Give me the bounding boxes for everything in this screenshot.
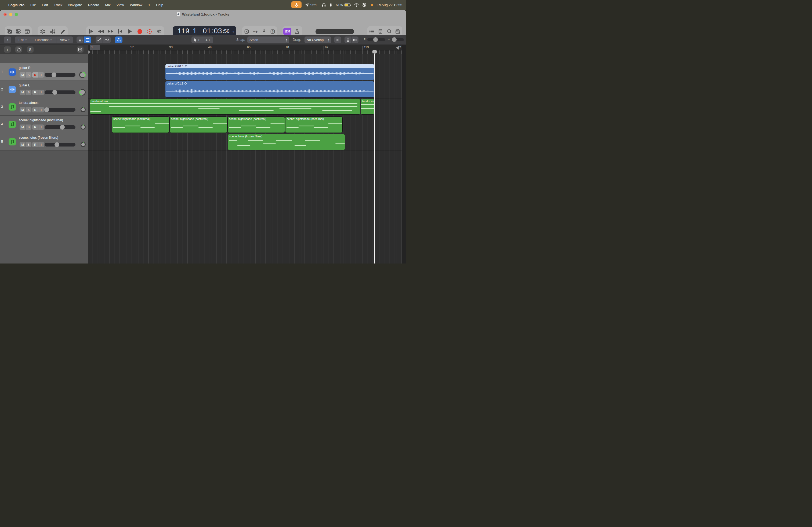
record-enable-button[interactable]: R <box>32 142 38 147</box>
command-click-tool-menu[interactable]: +▾ <box>202 36 213 43</box>
record-enable-button[interactable]: R <box>32 90 38 95</box>
waveform-zoom-button[interactable] <box>334 36 341 43</box>
volume-thumb[interactable] <box>55 142 59 147</box>
track-name[interactable]: scene: lotus (frozen filters) <box>19 136 58 139</box>
microphone-status-button[interactable] <box>291 1 302 8</box>
wifi-icon[interactable] <box>354 3 359 7</box>
region-nightshade-1[interactable]: scene: nightshade (nocturnal) <box>112 117 169 133</box>
mute-button[interactable]: M <box>19 142 26 147</box>
volume-slider[interactable] <box>45 108 75 111</box>
capture-recording-button[interactable] <box>145 27 154 36</box>
volume-thumb[interactable] <box>44 107 49 112</box>
track-header[interactable]: 4 scene: nightshade (nocturnal) M S R I <box>0 116 88 133</box>
mute-button[interactable]: M <box>19 72 26 77</box>
solo-button[interactable]: S <box>26 142 31 147</box>
functions-menu-button[interactable]: Functions▾ <box>30 36 56 43</box>
menu-mix[interactable]: Mix <box>102 3 114 7</box>
track-header[interactable]: 3 tundra atmos M S R I <box>0 98 88 116</box>
menu-logic-pro[interactable]: Logic Pro <box>5 3 27 7</box>
count-in-button[interactable]: 1234 <box>283 28 291 35</box>
region-tundra-atmos-2[interactable]: tundra atmos <box>361 99 374 115</box>
menu-1[interactable]: 1 <box>145 3 153 7</box>
track-view-button[interactable] <box>84 36 91 43</box>
menu-window[interactable]: Window <box>127 3 145 7</box>
apple-loops-icon[interactable] <box>385 27 394 36</box>
solo-button[interactable]: S <box>26 90 31 95</box>
snap-dropdown[interactable]: Smart▴▾ <box>247 36 289 43</box>
record-enable-button[interactable]: R <box>32 124 38 130</box>
go-to-beginning-button[interactable] <box>116 27 125 36</box>
menu-file[interactable]: File <box>27 3 39 7</box>
horizontal-auto-zoom-button[interactable] <box>351 36 359 43</box>
menu-track[interactable]: Track <box>51 3 65 7</box>
track-type-icon[interactable] <box>9 69 16 76</box>
editors-pencil-icon[interactable] <box>58 27 67 36</box>
region-guitar-l[interactable]: guitar L#01.1 <box>165 81 374 98</box>
view-menu-button[interactable]: View▾ <box>56 36 73 43</box>
play-from-selection-button[interactable] <box>86 27 96 36</box>
battery-status[interactable]: 61% <box>336 3 350 7</box>
hide-track-area-button[interactable]: ↑ <box>4 36 11 43</box>
play-button[interactable] <box>126 27 134 36</box>
toolbar-toggle-icon[interactable] <box>23 27 32 36</box>
track-header-config-button[interactable] <box>77 46 84 52</box>
mute-button[interactable]: M <box>19 124 26 130</box>
catch-playhead-button[interactable] <box>115 36 122 43</box>
volume-thumb[interactable] <box>60 125 65 130</box>
volume-slider[interactable] <box>45 143 75 147</box>
metronome-button[interactable] <box>293 27 302 36</box>
browsers-icon[interactable] <box>394 27 403 36</box>
input-monitor-button[interactable]: I <box>38 72 44 77</box>
cycle-button[interactable] <box>155 27 164 36</box>
ruler-scroll-left-arrow[interactable] <box>396 46 399 50</box>
menu-edit[interactable]: Edit <box>39 3 51 7</box>
document-proxy-icon[interactable] <box>177 12 180 16</box>
bar-ruler[interactable]: 1 17 33 49 65 81 97 113 2 <box>88 45 406 54</box>
pointer-tool-menu[interactable]: ▾ <box>191 36 202 43</box>
volume-thumb[interactable] <box>52 73 56 77</box>
volume-slider[interactable] <box>45 73 75 77</box>
pan-knob[interactable] <box>81 107 86 112</box>
tuner-icon[interactable] <box>260 27 269 36</box>
list-editors-icon[interactable] <box>367 27 376 36</box>
region-nightshade-4[interactable]: scene: nightshade (nocturnal) <box>285 117 343 133</box>
pan-knob[interactable] <box>79 72 86 78</box>
drag-dropdown[interactable]: No Overlap▴▾ <box>305 36 331 43</box>
master-volume-slider[interactable] <box>316 29 354 34</box>
menu-record[interactable]: Record <box>85 3 102 7</box>
solo-mode-icon[interactable]: S <box>269 27 277 36</box>
mute-button[interactable]: M <box>19 90 26 95</box>
pan-knob[interactable] <box>79 89 86 95</box>
track-header[interactable]: 2 guitar L M S R I <box>0 81 88 98</box>
track-type-icon[interactable] <box>9 138 16 146</box>
midi-draw-button[interactable] <box>103 36 111 43</box>
edit-menu-button[interactable]: Edit▾ <box>15 36 30 43</box>
track-name[interactable]: guitar L <box>19 84 30 87</box>
volume-slider[interactable] <box>45 125 75 129</box>
playhead[interactable] <box>374 50 375 264</box>
control-center-icon[interactable] <box>362 3 367 7</box>
track-header[interactable]: 5 scene: lotus (frozen filters) M S R I <box>0 133 88 151</box>
solo-button[interactable]: S <box>26 72 31 77</box>
mute-button[interactable]: M <box>19 107 26 112</box>
arrange-area[interactable]: 1 17 33 49 65 81 97 113 2 guitar R#01.1 <box>88 45 406 264</box>
menu-navigate[interactable]: Navigate <box>65 3 85 7</box>
region-tundra-atmos[interactable]: tundra atmos <box>90 99 360 115</box>
weather-status[interactable]: 95°F <box>305 3 318 7</box>
smart-controls-icon[interactable] <box>38 27 47 36</box>
note-pads-icon[interactable] <box>376 27 385 36</box>
record-enable-button[interactable]: R <box>32 72 38 77</box>
global-solo-button[interactable]: S <box>27 46 33 52</box>
solo-button[interactable]: S <box>26 124 31 130</box>
volume-slider[interactable] <box>45 90 75 94</box>
record-enable-button[interactable]: R <box>32 107 38 112</box>
track-type-icon[interactable] <box>9 121 16 128</box>
solo-button[interactable]: S <box>26 107 31 112</box>
input-monitor-button[interactable]: I <box>38 90 44 95</box>
region-nightshade-3[interactable]: scene: nightshade (nocturnal) <box>228 117 285 133</box>
input-monitor-button[interactable]: I <box>38 142 44 147</box>
region-nightshade-2[interactable]: scene: nightshade (nocturnal) <box>170 117 227 133</box>
inspector-icon[interactable] <box>14 27 23 36</box>
pan-knob[interactable] <box>81 124 86 130</box>
rewind-button[interactable] <box>96 27 105 36</box>
